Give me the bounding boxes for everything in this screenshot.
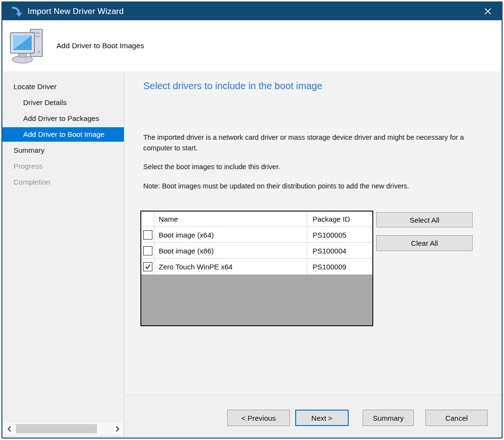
row-checkbox[interactable] [143,230,152,240]
checkbox-column-header [141,212,154,227]
select-all-button[interactable]: Select All [376,212,473,227]
next-button[interactable]: Next > [295,410,349,426]
wizard-page-title: Add Driver to Boot Images [56,20,144,71]
name-column-header[interactable]: Name [154,212,307,227]
intro-text: The imported driver is a network card dr… [143,132,492,153]
chevron-right-icon [115,426,120,432]
row-name: Boot image (x86) [154,243,307,258]
wizard-import-arrow-icon [11,6,22,17]
previous-button[interactable]: < Previous [227,410,290,426]
row-package-id: PS100009 [307,259,372,274]
wizard-window: Import New Driver Wizard [1,1,503,439]
table-row[interactable]: Boot image (x64) PS100005 [141,227,372,243]
note-text: Note: Boot images must be updated on the… [143,181,492,191]
sidebar-item-progress[interactable]: Progress [2,159,124,173]
instruction-text: Select the boot images to include this d… [143,161,492,172]
scroll-left-button[interactable] [3,423,15,435]
sidebar-item-add-driver-to-packages[interactable]: Add Driver to Packages [2,111,124,126]
row-checkbox[interactable] [143,246,152,255]
row-checkbox[interactable] [143,262,152,271]
computer-icon [9,27,46,67]
package-id-column-header[interactable]: Package ID [307,212,372,227]
sidebar-item-locate-driver[interactable]: Locate Driver [2,80,124,94]
page-heading: Select drivers to include in the boot im… [143,80,322,92]
table-row[interactable]: Boot image (x86) PS100004 [141,243,372,259]
titlebar: Import New Driver Wizard [2,2,502,20]
chevron-left-icon [7,426,12,432]
sidebar-item-add-driver-to-boot-image[interactable]: Add Driver to Boot Image [2,127,124,142]
wizard-header: Add Driver to Boot Images [2,20,502,71]
table-row[interactable]: Zero Touch WinPE x64 PS100009 [141,259,372,275]
close-button[interactable] [474,2,502,20]
sidebar-hscrollbar[interactable] [3,423,123,435]
close-icon [484,8,491,15]
clear-all-button[interactable]: Clear All [376,235,473,251]
sidebar-item-summary[interactable]: Summary [2,143,124,158]
scrollbar-thumb[interactable] [16,424,97,433]
checkmark-icon [145,264,151,270]
sidebar-item-driver-details[interactable]: Driver Details [2,95,124,110]
row-name: Boot image (x64) [154,227,307,242]
summary-button[interactable]: Summary [363,410,414,426]
sidebar-item-completion[interactable]: Completion [2,175,124,189]
scrollbar-track[interactable] [15,423,111,435]
row-name: Zero Touch WinPE x64 [154,259,307,274]
window-title: Import New Driver Wizard [27,7,123,16]
scroll-right-button[interactable] [111,423,123,435]
table-header-row: Name Package ID [141,212,372,227]
row-package-id: PS100005 [307,227,372,242]
row-package-id: PS100004 [307,243,372,258]
boot-images-table: Name Package ID Boot image (x64) PS10000… [140,211,373,326]
cancel-button[interactable]: Cancel [425,410,488,426]
wizard-steps-sidebar: Locate Driver Driver Details Add Driver … [2,71,124,438]
